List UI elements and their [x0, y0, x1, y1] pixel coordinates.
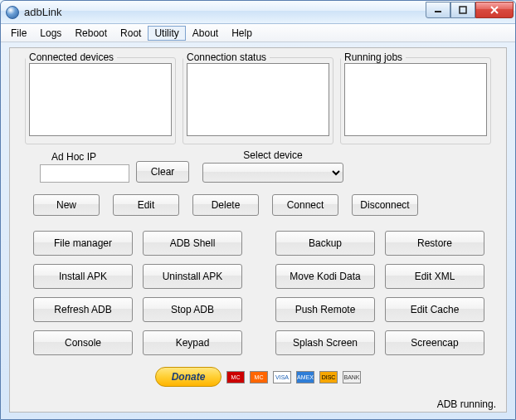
connection-status-panel: Connection status [183, 51, 333, 144]
connected-devices-label: Connected devices [26, 51, 117, 63]
edit-button[interactable]: Edit [113, 194, 179, 216]
move-kodi-data-button[interactable]: Move Kodi Data [275, 264, 375, 289]
adhoc-ip-label: Ad Hoc IP [40, 151, 129, 163]
disconnect-button[interactable]: Disconnect [352, 194, 418, 216]
window-controls [426, 2, 514, 18]
clear-button[interactable]: Clear [136, 161, 189, 183]
backup-button[interactable]: Backup [275, 231, 375, 256]
connection-status-list[interactable] [187, 63, 329, 136]
close-button[interactable] [475, 2, 514, 18]
visa-card-icon: VISA [273, 371, 291, 383]
splash-screen-button[interactable]: Splash Screen [275, 330, 375, 355]
window-title: adbLink [24, 6, 426, 18]
status-text: ADB running. [437, 398, 496, 410]
tools-left-grid: File manager ADB Shell Install APK Unins… [33, 231, 242, 355]
amex-card-icon: AMEX [296, 371, 314, 383]
adhoc-ip-input[interactable] [40, 164, 129, 183]
edit-xml-button[interactable]: Edit XML [385, 264, 484, 289]
connected-devices-list[interactable] [29, 63, 172, 136]
mastercard-icon: MC [250, 371, 268, 383]
delete-button[interactable]: Delete [192, 194, 259, 216]
menu-reboot[interactable]: Reboot [68, 26, 114, 41]
bank-card-icon: BANK [343, 371, 361, 383]
running-jobs-panel: Running jobs [340, 51, 491, 144]
adb-shell-button[interactable]: ADB Shell [143, 231, 242, 256]
donate-button[interactable]: Donate [155, 367, 221, 387]
svg-rect-1 [460, 7, 466, 13]
maximize-button[interactable] [450, 2, 475, 18]
restore-button[interactable]: Restore [385, 231, 484, 256]
select-device-dropdown[interactable] [202, 163, 343, 183]
client-area: Connected devices Connection status Runn… [9, 47, 507, 413]
new-button[interactable]: New [33, 194, 100, 216]
titlebar: adbLink [1, 1, 515, 24]
app-window: adbLink File Logs Reboot Root Utility Ab… [0, 0, 516, 420]
menu-utility[interactable]: Utility [148, 26, 185, 41]
connect-button[interactable]: Connect [272, 194, 338, 216]
menu-logs[interactable]: Logs [33, 26, 68, 41]
discover-card-icon: DISC [319, 371, 338, 383]
connection-status-label: Connection status [183, 51, 270, 63]
menu-about[interactable]: About [186, 26, 225, 41]
running-jobs-list[interactable] [344, 63, 487, 136]
stop-adb-button[interactable]: Stop ADB [143, 297, 242, 322]
menu-help[interactable]: Help [225, 26, 259, 41]
menu-file[interactable]: File [4, 26, 33, 41]
select-device-label: Select device [202, 149, 343, 161]
uninstall-apk-button[interactable]: Uninstall APK [143, 264, 242, 289]
push-remote-button[interactable]: Push Remote [275, 297, 375, 322]
tools-right-grid: Backup Restore Move Kodi Data Edit XML P… [275, 231, 484, 355]
app-icon [6, 6, 19, 19]
refresh-adb-button[interactable]: Refresh ADB [33, 297, 133, 322]
menu-root[interactable]: Root [114, 26, 148, 41]
file-manager-button[interactable]: File manager [33, 231, 133, 256]
running-jobs-label: Running jobs [341, 51, 406, 63]
maestro-card-icon: MC [226, 371, 245, 383]
connected-devices-panel: Connected devices [25, 51, 176, 144]
menubar: File Logs Reboot Root Utility About Help [1, 24, 515, 42]
keypad-button[interactable]: Keypad [143, 330, 242, 355]
minimize-button[interactable] [426, 2, 450, 18]
console-button[interactable]: Console [33, 330, 133, 355]
install-apk-button[interactable]: Install APK [33, 264, 133, 289]
edit-cache-button[interactable]: Edit Cache [385, 297, 484, 322]
screencap-button[interactable]: Screencap [385, 330, 484, 355]
